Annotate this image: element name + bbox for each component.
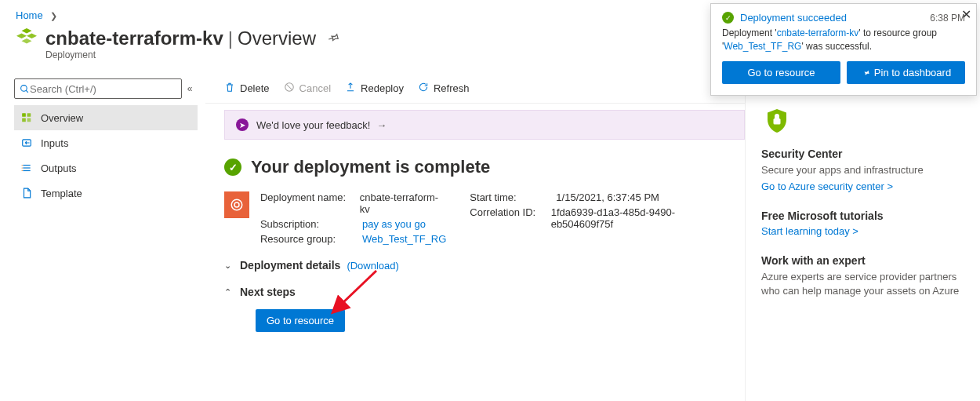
search-input[interactable] [14,78,182,99]
toast-body: Deployment 'cnbate-terraform-kv' to reso… [722,27,965,53]
search-field[interactable] [30,83,176,95]
svg-point-12 [22,170,23,171]
deployment-name-label: Deployment name: [260,191,360,215]
chevron-down-icon: ⌄ [224,261,240,271]
breadcrumb-home[interactable]: Home [16,9,43,21]
security-desc: Secure your apps and infrastructure [761,163,967,177]
subscription-label: Subscription: [260,218,362,230]
refresh-button[interactable]: Refresh [418,82,470,95]
complete-title: Your deployment is complete [251,157,490,177]
page-title: cnbate-terraform-kv|Overview [45,27,316,49]
outputs-icon [20,162,33,174]
sidebar-item-template[interactable]: Template [14,180,198,206]
svg-line-14 [286,85,292,90]
delete-button[interactable]: Delete [224,82,270,95]
sidebar-item-inputs[interactable]: Inputs [14,130,198,155]
start-time-label: Start time: [470,191,556,203]
svg-rect-5 [27,118,31,122]
inputs-icon [20,137,33,149]
security-link[interactable]: Go to Azure security center > [761,180,893,192]
svg-point-15 [231,199,242,210]
svg-rect-4 [22,118,26,122]
delete-icon [224,82,235,95]
svg-rect-3 [27,113,31,117]
correlation-id-label: Correlation ID: [470,206,550,230]
resource-group-label: Resource group: [260,233,362,245]
template-icon [20,187,33,199]
tutorials-link[interactable]: Start learning today > [761,225,858,237]
feedback-text: We'd love your feedback! [256,119,370,131]
arrow-right-icon: → [376,119,387,131]
toast-deployment-link[interactable]: cnbate-terraform-kv [777,27,859,38]
check-circle-icon: ✓ [722,12,734,24]
overview-icon [20,111,33,124]
chevron-right-icon: ❯ [50,11,57,20]
svg-rect-2 [22,113,26,117]
notification-toast: ✕ ✓ Deployment succeeded 6:38 PM Deploym… [710,3,977,96]
feedback-icon: ➤ [236,118,249,131]
svg-point-10 [22,165,23,166]
toast-time: 6:38 PM [930,13,965,24]
check-circle-icon: ✓ [224,159,241,176]
svg-line-1 [26,90,28,93]
expert-title: Work with an expert [761,254,967,267]
toast-pin-dashboard-button[interactable]: Pin to dashboard [847,61,965,84]
security-title: Security Center [761,148,967,160]
chevron-up-icon: ⌃ [224,287,240,297]
toolbar: Delete Cancel Redeploy Refresh [205,74,745,104]
cancel-icon [284,82,295,95]
resource-group-link[interactable]: Web_Test_TF_RG [362,233,446,245]
sidebar-item-outputs[interactable]: Outputs [14,155,198,180]
close-icon[interactable]: ✕ [961,7,971,22]
redeploy-button[interactable]: Redeploy [345,82,404,95]
subscription-link[interactable]: pay as you go [362,218,426,230]
sidebar-item-label: Overview [41,112,83,124]
sidebar-item-label: Outputs [41,162,77,174]
deployment-name-value: cnbate-terraform-kv [360,191,447,215]
shield-icon [761,105,793,137]
sidebar-item-overview[interactable]: Overview [14,105,198,130]
next-steps-expander[interactable]: ⌃ Next steps [224,286,726,298]
tutorials-title: Free Microsoft tutorials [761,210,967,222]
correlation-id-value: 1fda6939-d1a3-485d-9490-eb504609f75f [551,206,726,230]
sidebar-item-label: Template [41,188,82,199]
cancel-button: Cancel [284,82,331,95]
feedback-bar[interactable]: ➤ We'd love your feedback! → [224,110,745,140]
collapse-sidebar-icon[interactable]: « [182,83,198,94]
right-pane: Security Center Secure your apps and inf… [745,74,980,401]
toast-title[interactable]: Deployment succeeded [740,12,930,24]
deployment-type-icon [224,191,249,218]
resource-icon [16,27,38,49]
start-time-value: 1/15/2021, 6:37:45 PM [556,191,659,203]
svg-point-11 [22,167,23,168]
expert-desc: Azure experts are service provider partn… [761,270,967,298]
svg-rect-17 [774,118,781,125]
deployment-details-expander[interactable]: ⌄ Deployment details (Download) [224,259,726,272]
complete-status: ✓ Your deployment is complete [224,157,726,177]
sidebar: « Overview Inputs Outputs Template [0,74,205,401]
go-to-resource-button[interactable]: Go to resource [256,309,345,332]
pin-icon[interactable] [327,31,339,46]
sidebar-item-label: Inputs [41,137,68,149]
toast-go-to-resource-button[interactable]: Go to resource [722,61,840,84]
redeploy-icon [345,82,356,95]
svg-point-0 [21,85,27,91]
svg-point-16 [234,202,239,207]
refresh-icon [418,82,429,95]
download-link[interactable]: (Download) [347,260,398,272]
toast-resourcegroup-link[interactable]: Web_Test_TF_RG [724,41,801,52]
